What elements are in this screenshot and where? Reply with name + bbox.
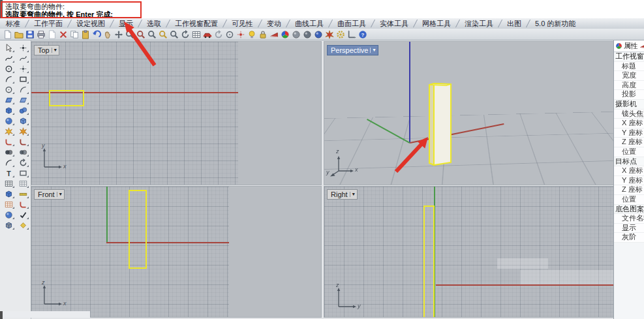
property-row-20[interactable]: 灰阶 <box>614 233 644 243</box>
cplane-axes-icon[interactable] <box>346 29 357 40</box>
zoom-window-icon[interactable] <box>135 29 146 40</box>
undo-icon[interactable] <box>91 29 102 40</box>
top-selected-rectangle[interactable] <box>49 90 84 106</box>
property-row-14[interactable]: Y 座标 <box>614 176 644 186</box>
zoom-extents-icon[interactable] <box>157 29 168 40</box>
print-icon[interactable] <box>35 29 46 40</box>
property-row-17[interactable]: 底色图案 <box>614 205 644 215</box>
export-doc-icon[interactable] <box>46 29 57 40</box>
chamfer-tool-icon[interactable] <box>16 136 30 147</box>
pan-mode-icon[interactable] <box>213 29 224 40</box>
viewport-label-perspective[interactable]: Perspective▾ <box>327 45 378 55</box>
sphere-tool-icon[interactable] <box>16 105 30 115</box>
selection-tool-icon[interactable] <box>1 42 16 53</box>
pan-view-icon[interactable] <box>102 29 113 40</box>
curve-boolean-tool-icon[interactable] <box>1 157 16 168</box>
fillet-tool-icon[interactable] <box>1 136 16 147</box>
save-file-icon[interactable] <box>24 29 35 40</box>
property-row-8[interactable]: X 座标 <box>614 119 644 129</box>
check-tool-icon[interactable] <box>16 209 30 220</box>
menu-tab-8[interactable]: 变动 <box>261 19 287 29</box>
menu-tab-9[interactable]: 曲线工具 <box>289 19 330 29</box>
property-row-5[interactable]: 投影 <box>614 90 644 100</box>
boolean-diff-tool-icon[interactable] <box>16 147 30 157</box>
dropdown-arrow-icon[interactable]: ▾ <box>52 48 57 53</box>
help-icon[interactable] <box>357 29 368 40</box>
front-selected-rectangle[interactable] <box>129 190 147 269</box>
lamp-icon[interactable] <box>246 29 257 40</box>
viewport-label-front[interactable]: Front▾ <box>34 189 65 200</box>
property-row-18[interactable]: 文件名称 <box>614 214 644 224</box>
menu-tab-5[interactable]: 选取 <box>141 19 167 29</box>
circle-tool-icon[interactable] <box>1 63 16 74</box>
delete-icon[interactable] <box>57 29 69 40</box>
array-tool-icon[interactable] <box>1 178 16 189</box>
viewport-right[interactable]: z y Right▾ <box>324 187 613 317</box>
render-sphere-3-icon[interactable] <box>313 29 324 40</box>
options-gear-icon[interactable] <box>335 29 346 40</box>
menu-tab-10[interactable]: 曲面工具 <box>331 19 372 29</box>
property-row-10[interactable]: Z 座标 <box>614 138 644 147</box>
copy-icon[interactable] <box>69 29 80 40</box>
menu-tab-1[interactable]: 标准 <box>0 19 26 29</box>
viewport-perspective[interactable]: z x y Perspective▾ <box>324 42 613 185</box>
arc-tool-icon[interactable] <box>1 74 16 84</box>
open-file-icon[interactable] <box>13 29 24 40</box>
menu-tab-7[interactable]: 可见性 <box>226 19 259 29</box>
ellipse-tool-icon[interactable] <box>1 84 16 95</box>
property-row-11[interactable]: 位置 <box>614 147 644 157</box>
menu-tab-2[interactable]: 工作平面 <box>28 19 69 29</box>
shaded-mode-icon[interactable] <box>268 29 279 40</box>
polyline-tool-icon[interactable] <box>1 53 16 63</box>
set-view-icon[interactable] <box>224 29 235 40</box>
new-file-icon[interactable] <box>2 29 13 40</box>
property-row-3[interactable]: 宽度 <box>614 71 644 81</box>
render-colorwheel-icon[interactable] <box>279 29 290 40</box>
project-tool-icon[interactable] <box>1 220 16 230</box>
dropdown-arrow-icon[interactable]: ▾ <box>350 192 355 197</box>
menu-tab-3[interactable]: 设定视图 <box>70 19 111 29</box>
properties-panel-header[interactable]: 属性 <box>614 40 644 52</box>
point-tool-icon[interactable] <box>16 42 30 53</box>
render-spray-icon[interactable] <box>324 29 335 40</box>
text-tool-icon[interactable] <box>1 168 16 178</box>
spiral-tool-icon[interactable] <box>16 157 30 168</box>
property-row-16[interactable]: 位置 <box>614 195 644 205</box>
zoom-target-icon[interactable] <box>168 29 179 40</box>
dropdown-arrow-icon[interactable]: ▾ <box>370 48 375 53</box>
menu-tab-11[interactable]: 实体工具 <box>374 19 414 29</box>
property-row-7[interactable]: 镜头焦距 <box>614 110 644 119</box>
viewport-top[interactable]: y x Top▾ <box>31 42 321 185</box>
zoom-selected-icon[interactable] <box>146 29 157 40</box>
lock-objects-icon[interactable] <box>257 29 268 40</box>
viewport-label-top[interactable]: Top▾ <box>34 45 59 55</box>
rotate-view-icon[interactable] <box>179 29 191 40</box>
property-row-2[interactable]: 标题 <box>614 62 644 72</box>
property-row-15[interactable]: Z 座标 <box>614 185 644 195</box>
paste-icon[interactable] <box>80 29 91 40</box>
explode-tool-icon[interactable] <box>1 126 16 136</box>
freeform-curve-tool-icon[interactable] <box>16 84 30 95</box>
menu-tab-15[interactable]: 5.0 的新功能 <box>529 19 581 29</box>
viewport-layout-icon[interactable] <box>191 29 202 40</box>
menu-tab-13[interactable]: 渲染工具 <box>459 19 499 29</box>
pipe-tool-icon[interactable] <box>1 209 16 220</box>
boolean-union-tool-icon[interactable] <box>1 147 16 157</box>
right-selected-rectangle[interactable] <box>423 205 435 317</box>
zoom-dynamic-icon[interactable] <box>124 29 135 40</box>
render-sphere-2-icon[interactable] <box>301 29 313 40</box>
rectangle-tool-icon[interactable] <box>16 74 30 84</box>
patch-tool-icon[interactable] <box>16 220 30 230</box>
property-row-12[interactable]: 目标点 <box>614 157 644 167</box>
dropdown-arrow-icon[interactable]: ▾ <box>57 192 62 197</box>
menu-tab-6[interactable]: 工作视窗配置 <box>169 19 224 29</box>
selected-box-3d[interactable] <box>324 42 613 185</box>
menu-tab-12[interactable]: 网格工具 <box>416 19 457 29</box>
explode-blocks-tool-icon[interactable] <box>16 126 30 136</box>
property-row-1[interactable]: 工作视窗 <box>614 52 644 62</box>
control-curve-tool-icon[interactable] <box>16 53 30 63</box>
menu-tab-4[interactable]: 显示 <box>113 19 139 29</box>
solid-tool-icon[interactable] <box>16 115 30 126</box>
point-cloud-tool-icon[interactable] <box>16 63 30 74</box>
cylinder-tool-icon[interactable] <box>1 115 16 126</box>
